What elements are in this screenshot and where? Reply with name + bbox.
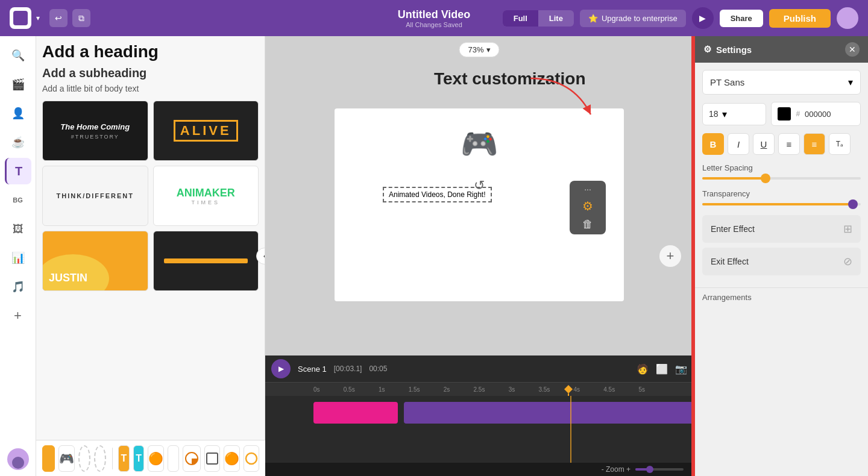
popup-settings-icon[interactable]: ⚙ xyxy=(582,199,593,213)
letter-spacing-label: Letter Spacing xyxy=(702,163,861,172)
project-title: Untitled Video xyxy=(398,8,471,21)
ruler-4s: 4s xyxy=(574,386,580,393)
share-button[interactable]: Share xyxy=(720,10,763,27)
svg-rect-1 xyxy=(207,453,218,464)
letter-spacing-thumb[interactable] xyxy=(761,174,770,183)
template-panel: Add a heading Add a subheading Add a lit… xyxy=(36,36,265,476)
tool-square-outline[interactable] xyxy=(204,445,220,472)
exit-effect-icon: ⊘ xyxy=(843,255,852,268)
app-logo[interactable] xyxy=(10,7,31,29)
sidebar-search[interactable]: 🔍 xyxy=(5,42,31,69)
timeline-controls: ▶ Scene 1 [00:03.1] 00:05 🧑 ⬜ 📷 xyxy=(265,355,693,383)
underline-button[interactable]: U xyxy=(753,133,775,155)
color-value: 000000 xyxy=(805,110,831,119)
sidebar-background[interactable]: BG xyxy=(5,187,31,213)
svg-point-2 xyxy=(246,453,257,464)
enterprise-button[interactable]: ⭐ Upgrade to enterprise xyxy=(580,10,686,27)
enter-effect-row[interactable]: Enter Effect ⊞ xyxy=(702,215,861,243)
align-center-button[interactable]: ≡ xyxy=(804,133,825,155)
template-card-animaker[interactable]: ANIMAKER TIMES xyxy=(153,166,259,226)
template-card-think[interactable]: THINK/DIFFERENT xyxy=(42,166,148,226)
exit-effect-row[interactable]: Exit Effect ⊘ xyxy=(702,248,861,275)
align-left-button[interactable]: ≡ xyxy=(778,133,800,155)
full-view-button[interactable]: Full xyxy=(503,10,538,27)
template-card-alive[interactable]: ALIVE xyxy=(153,101,259,161)
heading-sample: Add a heading xyxy=(42,42,259,61)
nav-icons: ↩ ⧉ xyxy=(49,9,90,27)
user-avatar-sidebar xyxy=(7,448,29,470)
letter-spacing-fill xyxy=(702,177,766,180)
sidebar-props[interactable]: ☕ xyxy=(5,129,31,155)
zoom-slider[interactable] xyxy=(635,468,684,471)
canvas-wrapper: 73% ▾ Text customization xyxy=(265,36,693,476)
tool-text-teal[interactable]: T xyxy=(133,445,145,472)
sidebar-images[interactable]: 🖼 xyxy=(5,216,31,242)
lite-view-button[interactable]: Lite xyxy=(538,10,574,27)
transparency-label: Transparency xyxy=(702,189,861,198)
zoom-slider-thumb[interactable] xyxy=(646,466,653,473)
add-scene-button[interactable]: + xyxy=(659,245,681,267)
sidebar-add[interactable]: + xyxy=(5,302,31,329)
timeline-play-button[interactable]: ▶ xyxy=(271,359,291,378)
transparency-fill xyxy=(702,203,853,205)
tool-circle-outline-2[interactable] xyxy=(94,445,106,472)
tool-gamepad[interactable]: 🎮 xyxy=(58,445,75,472)
template-card-home-coming[interactable]: The Home Coming #TRUESTORY xyxy=(42,101,148,161)
ruler-45s: 4.5s xyxy=(603,386,615,393)
tool-pac-outline[interactable] xyxy=(168,445,179,472)
letter-spacing-slider[interactable] xyxy=(702,177,861,180)
ruler-05s: 0.5s xyxy=(344,386,355,393)
font-name: PT Sans xyxy=(710,77,744,87)
sidebar-charts[interactable]: 📊 xyxy=(5,245,31,271)
transparency-thumb[interactable] xyxy=(848,199,858,209)
sidebar-characters[interactable]: 👤 xyxy=(5,100,31,127)
ruler-35s: 3.5s xyxy=(538,386,550,393)
font-selector[interactable]: PT Sans ▾ xyxy=(702,70,861,95)
color-hash: # xyxy=(796,110,800,118)
tool-yellow-rect[interactable] xyxy=(42,445,55,472)
logo-dropdown[interactable]: ▾ xyxy=(36,14,40,22)
ruler-2s: 2s xyxy=(444,386,450,393)
track-block-purple[interactable] xyxy=(404,402,693,424)
frame-icon: ⬜ xyxy=(656,363,668,375)
preview-button[interactable]: ▶ xyxy=(692,7,714,29)
sidebar-media[interactable]: 🎬 xyxy=(5,71,31,98)
template-card-black-bar[interactable] xyxy=(153,231,259,291)
settings-title: ⚙ Settings xyxy=(703,44,752,55)
video-text-selection[interactable]: Animated Videos, Done Right! xyxy=(383,187,492,202)
project-title-area: Untitled Video All Changes Saved xyxy=(398,8,471,28)
template-card-justin[interactable]: JUSTIN xyxy=(42,231,148,291)
card-home-coming-sub: #TRUESTORY xyxy=(71,134,119,140)
text-style-button[interactable]: Tₐ xyxy=(829,133,851,155)
time-range: [00:03.1] xyxy=(334,365,362,373)
canvas-video-frame: 🎮 ↺ Animated Videos, Done Right! ··· ⚙ 🗑 xyxy=(335,108,624,301)
tool-circle-outline-3[interactable] xyxy=(244,445,259,472)
font-size-selector[interactable]: 18 ▾ xyxy=(702,103,766,125)
copy-button[interactable]: ⧉ xyxy=(72,9,90,27)
settings-close-button[interactable]: ✕ xyxy=(845,42,860,57)
settings-header: ⚙ Settings ✕ xyxy=(695,36,868,63)
sidebar-text[interactable]: T xyxy=(5,158,31,184)
color-picker[interactable]: # 000000 xyxy=(771,102,861,126)
track-block-pink[interactable] xyxy=(313,402,398,424)
italic-button[interactable]: I xyxy=(728,133,749,155)
tool-shape-1[interactable] xyxy=(183,445,201,472)
tool-circle-fill[interactable]: 🟠 xyxy=(224,445,240,472)
user-avatar[interactable] xyxy=(837,7,858,29)
ruler-5s: 5s xyxy=(638,386,645,393)
tool-text-orange[interactable]: T xyxy=(118,445,130,472)
tool-pac-orange[interactable]: 🟠 xyxy=(148,445,164,472)
bold-button[interactable]: B xyxy=(702,133,724,155)
transparency-slider[interactable] xyxy=(702,203,861,205)
publish-button[interactable]: Publish xyxy=(769,9,831,28)
undo-button[interactable]: ↩ xyxy=(49,9,68,27)
color-swatch xyxy=(778,107,791,121)
tool-circle-outline-1[interactable] xyxy=(78,445,90,472)
font-options-row: 18 ▾ # 000000 xyxy=(702,102,861,126)
sidebar-music[interactable]: 🎵 xyxy=(5,274,31,300)
zoom-indicator[interactable]: 73% ▾ xyxy=(459,42,499,57)
topbar: ▾ ↩ ⧉ Untitled Video All Changes Saved F… xyxy=(0,0,868,36)
scene-label: Scene 1 xyxy=(298,365,327,374)
topbar-right: Full Lite ⭐ Upgrade to enterprise ▶ Shar… xyxy=(503,7,858,29)
popup-trash-icon[interactable]: 🗑 xyxy=(582,218,593,231)
